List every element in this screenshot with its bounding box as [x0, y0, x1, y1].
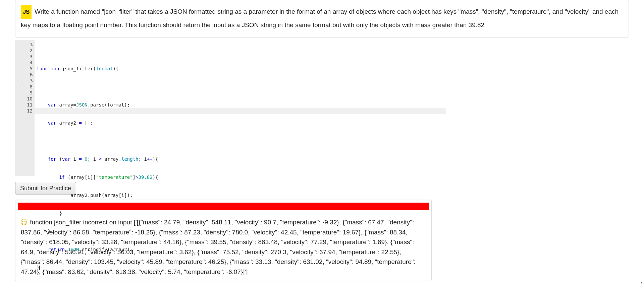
text-cursor [39, 266, 40, 270]
code-token: (array[i][ [65, 174, 96, 180]
sad-icon [21, 219, 27, 225]
code-token: ){ [113, 66, 119, 71]
code-token: ){ [153, 156, 158, 162]
code-token: function [37, 66, 59, 71]
code-token: length [121, 156, 139, 162]
code-token: json_filter [59, 66, 93, 71]
line-number: 10 [27, 96, 33, 101]
code-token [37, 102, 48, 108]
code-token: } [37, 229, 51, 234]
line-number: 8 [30, 84, 33, 89]
code-token: var [62, 156, 70, 162]
code-token: = [79, 156, 82, 162]
code-token: < [99, 156, 102, 162]
code-token: JSON [76, 102, 88, 108]
line-number: 4 [30, 60, 33, 65]
code-token [37, 247, 48, 252]
code-token: .parse(format); [88, 102, 130, 108]
scroll-indicator-icon[interactable]: ▾ [641, 280, 643, 281]
code-token [37, 156, 48, 162]
code-token [37, 174, 59, 180]
code-editor[interactable]: 1▾ 2 3 4 5 6▾ i7▾ 8 9 10 11 12 function … [15, 40, 446, 176]
js-badge: JS [21, 5, 32, 19]
code-area[interactable]: function json_filter(format){ var array=… [35, 40, 446, 176]
code-token: ] [133, 174, 136, 180]
code-token: ( [56, 156, 62, 162]
line-number: 12 [27, 108, 33, 114]
code-token: return [48, 247, 65, 252]
problem-statement: JS Write a function named "json_filter" … [21, 5, 623, 31]
code-token: "temperature" [96, 174, 133, 180]
code-token: array2 [56, 120, 79, 126]
active-line-highlight [35, 108, 446, 114]
code-token: if [59, 174, 65, 180]
line-number: 11 [27, 102, 33, 108]
line-number: 3 [30, 54, 33, 59]
code-token: ++ [147, 156, 153, 162]
code-token: ; i [88, 156, 99, 162]
code-token: ){ [153, 174, 158, 180]
code-token: for [48, 156, 56, 162]
code-token: } [37, 265, 39, 270]
info-icon[interactable]: i [16, 78, 18, 84]
line-number: 5 [30, 66, 33, 71]
editor-gutter: 1▾ 2 3 4 5 6▾ i7▾ 8 9 10 11 12 [15, 40, 35, 176]
code-token: ( [93, 66, 96, 71]
line-number: 2 [30, 48, 33, 53]
line-number: 9 [30, 90, 33, 95]
code-token: 39.82 [138, 174, 152, 180]
code-token: array2.push(array[i]); [37, 193, 133, 198]
code-token: i [70, 156, 79, 162]
code-token: array= [56, 102, 76, 108]
code-token: var [48, 120, 56, 126]
code-token [37, 120, 48, 126]
code-token: JSON [68, 247, 79, 252]
problem-statement-box: JS Write a function named "json_filter" … [15, 0, 629, 38]
code-token: []; [82, 120, 93, 126]
code-token [65, 247, 67, 252]
code-token: 0 [85, 156, 87, 162]
problem-text-part1: Write a function named "json_filter" tha… [35, 8, 563, 15]
code-token: var [48, 102, 56, 108]
code-token: format [96, 66, 113, 71]
code-token: = [79, 120, 82, 126]
code-token: ; i [139, 156, 147, 162]
code-token: array. [102, 156, 121, 162]
code-token: .stringify(array2); [79, 247, 132, 252]
code-token: } [37, 211, 62, 216]
